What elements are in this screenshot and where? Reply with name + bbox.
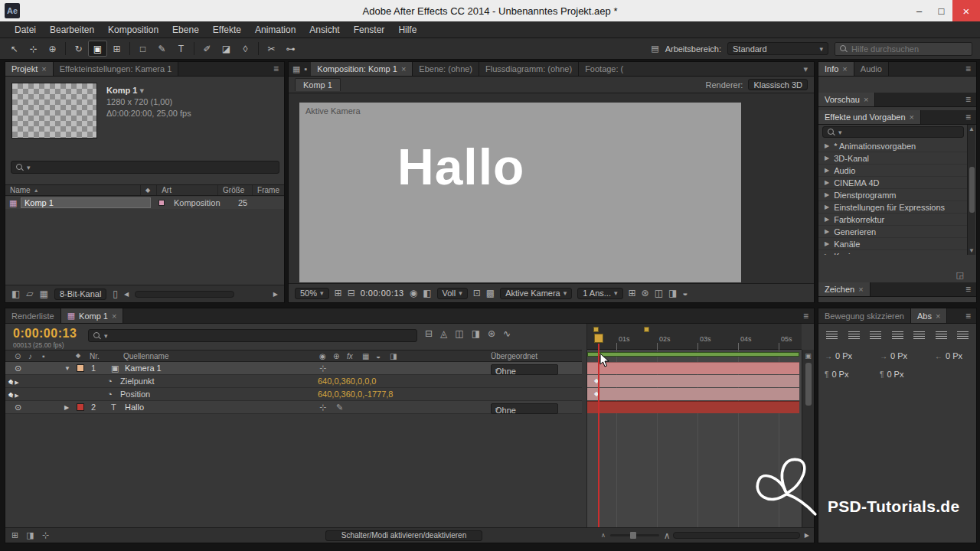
inout-columns-icon[interactable]: ⊹ xyxy=(42,530,49,540)
zoom-out-mountain-icon[interactable]: ∧ xyxy=(601,532,606,539)
grid-guides-icon[interactable]: ⊞ xyxy=(335,288,342,298)
menu-datei[interactable]: Datei xyxy=(8,21,43,38)
effects-list-item[interactable]: ▶Dienstprogramm xyxy=(818,189,967,201)
puppet-pin-tool-icon[interactable]: ⊶ xyxy=(281,41,300,57)
indent-first-line-field[interactable]: → 0 Px xyxy=(880,351,907,360)
tab-bewegung-skizzieren[interactable]: Bewegung skizzieren xyxy=(818,308,911,323)
parent-dropdown[interactable]: Ohne ▾ xyxy=(491,403,558,414)
expand-layers-icon[interactable]: ⊞ xyxy=(11,530,18,540)
panel-menu-icon[interactable]: ≡ xyxy=(960,112,976,122)
transfer-controls-icon[interactable]: ◨ xyxy=(26,530,34,540)
pen-tool-icon[interactable]: ✎ xyxy=(152,41,172,57)
graph-editor-icon[interactable]: ∿ xyxy=(503,328,511,339)
toggle-switches-modes-button[interactable]: Schalter/Modi aktivieren/deaktivieren xyxy=(325,530,482,541)
current-time-indicator[interactable] xyxy=(598,344,599,529)
exposure-icon[interactable]: ◒ xyxy=(682,288,688,298)
space-before-field[interactable]: ¶ 0 Px xyxy=(825,370,848,379)
disclosure-triangle-icon[interactable]: ▶ xyxy=(825,142,829,149)
panel-menu-icon[interactable]: ≡ xyxy=(960,311,976,321)
tab-audio[interactable]: Audio xyxy=(854,62,889,76)
column-label[interactable]: ◆ xyxy=(141,185,157,195)
view-layout-dropdown[interactable]: 1 Ans... ▾ xyxy=(577,288,622,299)
clone-stamp-tool-icon[interactable]: ◪ xyxy=(217,41,236,57)
scrollbar-thumb[interactable] xyxy=(969,167,975,213)
disclosure-triangle-icon[interactable]: ▶ xyxy=(825,240,829,247)
mask-visibility-icon[interactable]: ⊟ xyxy=(348,288,355,298)
horizontal-scrollbar[interactable] xyxy=(135,291,234,298)
interpret-footage-icon[interactable]: ◧ xyxy=(11,289,20,299)
disclosure-triangle-icon[interactable]: ▶ xyxy=(825,228,829,235)
composition-canvas[interactable]: Aktive Kamera Hallo xyxy=(299,103,741,282)
switch-icon-av[interactable]: ◉ xyxy=(319,352,326,360)
label-column-icon[interactable]: ◆ xyxy=(76,352,80,359)
property-track-zielpunkt[interactable]: ◆ xyxy=(587,375,799,387)
time-marker[interactable] xyxy=(644,327,649,332)
switch-icon-quality[interactable]: ▦ xyxy=(362,352,369,360)
time-marker[interactable] xyxy=(593,327,599,332)
minimize-button[interactable]: – xyxy=(908,0,930,21)
panel-menu-icon[interactable]: ≡ xyxy=(960,64,976,74)
workspace-icon[interactable]: ▤ xyxy=(651,44,658,54)
scroll-down-icon[interactable]: ▼ xyxy=(969,247,975,254)
trash-icon[interactable]: ▯ xyxy=(113,289,118,299)
chevron-down-icon[interactable]: ▾ xyxy=(139,86,144,95)
column-art[interactable]: Art xyxy=(157,185,218,195)
comp-button-icon[interactable]: ▣ xyxy=(805,352,812,360)
scroll-right-icon[interactable]: ▶ xyxy=(805,532,809,539)
eye-column-icon[interactable]: ⊙ xyxy=(15,352,21,360)
next-keyframe-icon[interactable]: ▶ xyxy=(15,380,20,386)
menu-animation[interactable]: Animation xyxy=(248,21,302,38)
scroll-up-icon[interactable]: ▲ xyxy=(969,126,975,132)
property-name[interactable]: Position xyxy=(120,390,150,399)
align-center-icon[interactable] xyxy=(845,329,863,342)
label-chip[interactable] xyxy=(158,200,165,206)
fast-preview-icon[interactable]: ⊛ xyxy=(642,288,649,298)
scroll-right-icon[interactable]: ▶ xyxy=(273,291,278,298)
frame-blending-icon[interactable]: ◨ xyxy=(472,328,480,339)
close-button[interactable]: × xyxy=(952,0,980,21)
property-track-position[interactable]: ◆ xyxy=(587,388,799,400)
close-tab-icon[interactable]: × xyxy=(858,285,863,294)
switch-icon-collapse[interactable]: ⊕ xyxy=(333,352,339,360)
menu-effekte[interactable]: Effekte xyxy=(206,21,248,38)
tab-absatz[interactable]: Abs × xyxy=(911,308,947,323)
property-row-position[interactable]: ◀◆▶ ◔ Position 640,0,360,0,-1777,8 xyxy=(5,388,582,401)
panel-corner-icon[interactable]: ◲ xyxy=(956,270,964,280)
disclosure-triangle-icon[interactable]: ▶ xyxy=(825,216,829,223)
close-tab-icon[interactable]: × xyxy=(112,311,116,321)
project-search-box[interactable]: ▾ xyxy=(11,161,279,174)
transparency-grid-icon[interactable]: ▩ xyxy=(486,288,495,298)
roto-brush-tool-icon[interactable]: ✂ xyxy=(262,41,281,57)
app-icon[interactable]: Ae xyxy=(5,3,20,18)
property-row-zielpunkt[interactable]: ◀◆▶ ◔ Zielpunkt 640,0,360,0,0,0 xyxy=(5,375,582,388)
effects-list-item[interactable]: ▶* Animationsvorgaben xyxy=(818,140,967,152)
project-row-name[interactable]: Komp 1 xyxy=(21,197,151,208)
tab-komp1-timeline[interactable]: ▦ Komp 1 × xyxy=(61,308,124,323)
help-search-box[interactable] xyxy=(835,42,972,56)
comp-mini-flowchart-icon[interactable]: ⊟ xyxy=(425,328,433,339)
expand-icon[interactable]: ▶ xyxy=(64,404,69,411)
align-right-icon[interactable] xyxy=(867,329,884,342)
zoom-tool-icon[interactable]: ⊕ xyxy=(43,41,62,57)
effects-list-item[interactable]: ▶Einstellungen für Expressions xyxy=(818,201,967,214)
layer-switches[interactable]: ⊹ xyxy=(319,364,326,373)
property-value[interactable]: 640,0,360,0,0,0 xyxy=(318,377,376,386)
menu-fenster[interactable]: Fenster xyxy=(347,21,392,38)
help-search-input[interactable] xyxy=(851,44,967,54)
close-tab-icon[interactable]: × xyxy=(842,64,847,73)
hide-shy-layers-icon[interactable]: ◫ xyxy=(455,328,463,339)
pixel-aspect-icon[interactable]: ⊞ xyxy=(629,288,636,298)
panel-menu-icon[interactable]: ≡ xyxy=(960,284,976,295)
effects-list-item[interactable]: ▶CINEMA 4D xyxy=(818,177,967,189)
tab-info[interactable]: Info × xyxy=(818,62,854,76)
menu-ansicht[interactable]: Ansicht xyxy=(302,21,346,38)
menu-ebene[interactable]: Ebene xyxy=(165,21,206,38)
scroll-left-icon[interactable]: ◀ xyxy=(124,291,129,298)
time-ruler[interactable]: 01s 02s 03s 04s 05s xyxy=(587,324,802,350)
renderer-button[interactable]: Klassisch 3D xyxy=(748,79,808,90)
shape-tool-icon[interactable]: □ xyxy=(133,41,152,57)
new-composition-icon[interactable]: ▦ xyxy=(40,289,48,299)
panel-menu-icon[interactable]: ≡ xyxy=(268,64,284,74)
layer-switches[interactable]: ⊹ xyxy=(319,403,326,412)
disclosure-triangle-icon[interactable]: ▶ xyxy=(825,167,829,174)
